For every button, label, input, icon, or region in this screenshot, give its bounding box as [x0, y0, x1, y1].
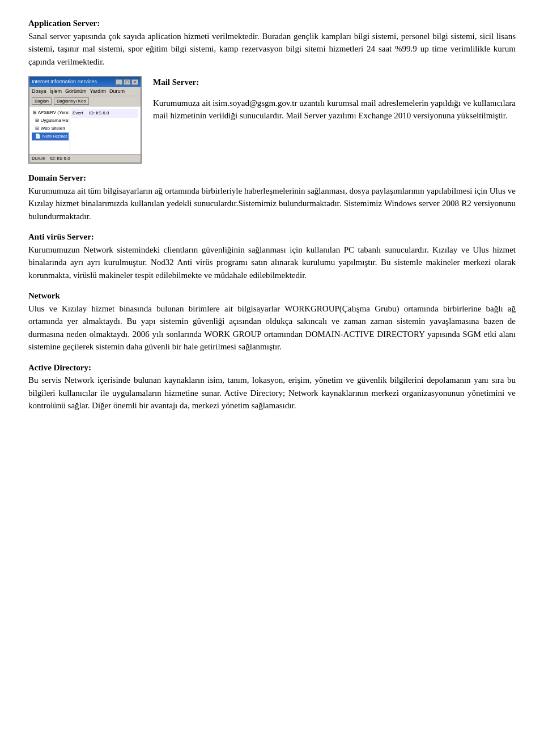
- domain-server-text: Kurumumuza ait tüm bilgisayarların ağ or…: [28, 186, 516, 221]
- win-main-area: Evert ID: IIS 6.0: [70, 108, 139, 153]
- network-text: Ulus ve Kızılay hizmet binasında bulunan…: [28, 304, 516, 352]
- win-content: ⊟ APSERV (Yerel Bilgisayar) ⊟ Uygulama H…: [29, 106, 141, 154]
- win-connect-btn[interactable]: Bağlan: [32, 97, 52, 105]
- win-menubar: Dosya İşlem Görünüm Yardım Durum: [29, 87, 141, 97]
- win-header-name: Evert: [73, 110, 83, 116]
- active-directory-heading: Active Directory:: [28, 363, 91, 372]
- anti-virus-text: Kurumumuzun Network sistemindeki clientl…: [28, 245, 516, 280]
- win-menu-islem[interactable]: İşlem: [50, 88, 62, 96]
- win-maximize-btn[interactable]: □: [124, 79, 130, 85]
- mail-server-heading: Mail Server:: [153, 78, 199, 87]
- win-sidebar-item-pools[interactable]: ⊟ Uygulama Havuzları: [32, 117, 69, 125]
- network-section: Network Ulus ve Kızılay hizmet binasında…: [28, 289, 516, 353]
- anti-virus-heading: Anti virüs Server:: [28, 232, 94, 241]
- win-menu-gorunum[interactable]: Görünüm: [65, 88, 87, 96]
- active-directory-section: Active Directory: Bu servis Network içer…: [28, 361, 516, 412]
- win-sidebar-item-apserv[interactable]: ⊟ APSERV (Yerel Bilgisayar): [32, 109, 69, 117]
- win-menu-durum[interactable]: Durum: [109, 88, 125, 96]
- domain-server-section: Domain Server: Kurumumuza ait tüm bilgis…: [28, 172, 516, 223]
- mail-server-screenshot: Internet Information Services _ □ × Dosy…: [28, 76, 142, 164]
- win-header-id: ID: IIS 6.0: [89, 110, 109, 116]
- domain-server-heading: Domain Server:: [28, 173, 86, 182]
- win-controls: _ □ ×: [116, 79, 138, 85]
- win-sidebar-item-netti[interactable]: 📄 Netti Hizmet Uzantıları: [32, 133, 69, 140]
- win-sidebar-item-sites[interactable]: ⊟ Web Siteleri: [32, 125, 69, 133]
- win-header-bar: Evert ID: IIS 6.0: [71, 109, 138, 118]
- application-server-section: Application Server: Sanal server yapısın…: [28, 17, 516, 68]
- win-menu-dosya[interactable]: Dosya: [32, 88, 46, 96]
- win-minimize-btn[interactable]: _: [116, 79, 122, 85]
- win-menu-yardim[interactable]: Yardım: [90, 88, 106, 96]
- win-status-text: Durum: [32, 155, 45, 162]
- application-server-heading: Application Server:: [28, 19, 100, 28]
- win-statusbar: Durum ID: IIS 6.0: [29, 154, 141, 163]
- win-close-btn[interactable]: ×: [131, 79, 138, 85]
- mail-server-text-part1: Kurumumuza ait: [153, 99, 212, 108]
- win-sidebar: ⊟ APSERV (Yerel Bilgisayar) ⊟ Uygulama H…: [31, 108, 70, 153]
- application-server-text: Sanal server yapısında çok sayıda aplica…: [28, 32, 516, 66]
- mail-server-text-block: Mail Server: Kurumumuza ait isim.soyad@g…: [153, 76, 516, 130]
- win-toolbar: Bağlan Bağlantıyı Kes: [29, 96, 141, 106]
- win-disconnect-btn[interactable]: Bağlantıyı Kes: [54, 97, 89, 105]
- network-heading: Network: [28, 291, 60, 300]
- mail-server-section: Internet Information Services _ □ × Dosy…: [28, 76, 516, 164]
- active-directory-text: Bu servis Network içerisinde bulunan kay…: [28, 375, 516, 410]
- win-status-id: ID: IIS 6.0: [50, 155, 70, 162]
- win-title: Internet Information Services: [32, 78, 97, 86]
- anti-virus-section: Anti virüs Server: Kurumumuzun Network s…: [28, 230, 516, 281]
- page-container: Application Server: Sanal server yapısın…: [28, 17, 516, 412]
- mail-server-email: isim.soyad@gsgm.gov.tr: [212, 99, 297, 108]
- win-titlebar: Internet Information Services _ □ ×: [29, 77, 141, 87]
